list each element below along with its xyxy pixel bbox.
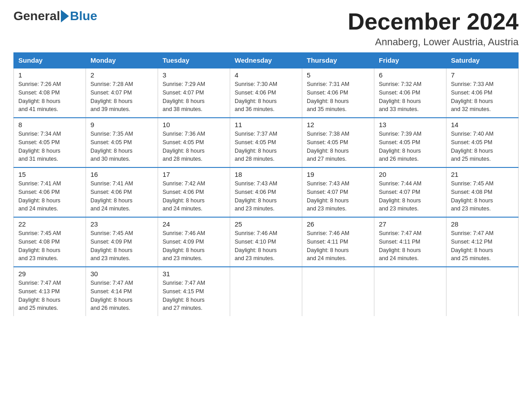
calendar-week-row: 29 Sunrise: 7:47 AM Sunset: 4:13 PM Dayl… — [14, 267, 519, 316]
day-number: 29 — [18, 270, 81, 278]
day-number: 30 — [90, 270, 153, 278]
empty-cell — [230, 267, 302, 316]
day-number: 21 — [451, 171, 514, 178]
logo-arrow-icon — [61, 10, 69, 22]
title-section: December 2024 Annaberg, Lower Austria, A… — [348, 9, 519, 48]
day-number: 14 — [451, 121, 514, 128]
day-number: 12 — [307, 121, 369, 128]
day-number: 15 — [18, 171, 81, 178]
day-number: 22 — [18, 220, 81, 228]
day-info: Sunrise: 7:30 AM Sunset: 4:06 PM Dayligh… — [235, 80, 297, 114]
calendar-day-cell: 29 Sunrise: 7:47 AM Sunset: 4:13 PM Dayl… — [14, 267, 86, 316]
calendar-week-row: 15 Sunrise: 7:41 AM Sunset: 4:06 PM Dayl… — [14, 167, 519, 217]
day-info: Sunrise: 7:40 AM Sunset: 4:05 PM Dayligh… — [451, 130, 514, 163]
day-info: Sunrise: 7:39 AM Sunset: 4:05 PM Dayligh… — [379, 130, 442, 163]
day-info: Sunrise: 7:34 AM Sunset: 4:05 PM Dayligh… — [18, 130, 81, 163]
calendar-day-cell: 4 Sunrise: 7:30 AM Sunset: 4:06 PM Dayli… — [230, 68, 302, 118]
calendar-day-cell: 19 Sunrise: 7:43 AM Sunset: 4:07 PM Dayl… — [302, 167, 374, 217]
day-info: Sunrise: 7:41 AM Sunset: 4:06 PM Dayligh… — [90, 180, 153, 213]
day-number: 8 — [18, 121, 81, 128]
weekday-header-row: SundayMondayTuesdayWednesdayThursdayFrid… — [14, 53, 519, 68]
logo-blue-text: Blue — [70, 9, 97, 23]
day-info: Sunrise: 7:43 AM Sunset: 4:06 PM Dayligh… — [235, 180, 297, 213]
day-number: 25 — [235, 220, 297, 228]
weekday-header-monday: Monday — [86, 53, 158, 68]
calendar-day-cell: 23 Sunrise: 7:45 AM Sunset: 4:09 PM Dayl… — [86, 217, 158, 267]
calendar-day-cell: 14 Sunrise: 7:40 AM Sunset: 4:05 PM Dayl… — [446, 118, 519, 167]
day-number: 5 — [307, 71, 369, 79]
day-number: 1 — [18, 71, 81, 79]
calendar-day-cell: 8 Sunrise: 7:34 AM Sunset: 4:05 PM Dayli… — [14, 118, 86, 167]
day-number: 17 — [163, 171, 225, 178]
day-info: Sunrise: 7:46 AM Sunset: 4:11 PM Dayligh… — [307, 229, 369, 263]
day-info: Sunrise: 7:45 AM Sunset: 4:08 PM Dayligh… — [18, 229, 81, 263]
day-info: Sunrise: 7:33 AM Sunset: 4:06 PM Dayligh… — [451, 80, 514, 114]
day-info: Sunrise: 7:44 AM Sunset: 4:07 PM Dayligh… — [379, 180, 442, 213]
weekday-header-sunday: Sunday — [14, 53, 86, 68]
day-number: 4 — [235, 71, 297, 79]
calendar-day-cell: 2 Sunrise: 7:28 AM Sunset: 4:07 PM Dayli… — [86, 68, 158, 118]
day-info: Sunrise: 7:47 AM Sunset: 4:12 PM Dayligh… — [451, 229, 514, 263]
day-number: 24 — [163, 220, 225, 228]
empty-cell — [302, 267, 374, 316]
day-number: 18 — [235, 171, 297, 178]
day-number: 13 — [379, 121, 442, 128]
day-info: Sunrise: 7:26 AM Sunset: 4:08 PM Dayligh… — [18, 80, 81, 114]
day-number: 20 — [379, 171, 442, 178]
day-info: Sunrise: 7:47 AM Sunset: 4:14 PM Dayligh… — [90, 279, 153, 313]
weekday-header-wednesday: Wednesday — [230, 53, 302, 68]
day-info: Sunrise: 7:28 AM Sunset: 4:07 PM Dayligh… — [90, 80, 153, 114]
day-number: 16 — [90, 171, 153, 178]
day-number: 2 — [90, 71, 153, 79]
calendar-day-cell: 17 Sunrise: 7:42 AM Sunset: 4:06 PM Dayl… — [158, 167, 230, 217]
day-info: Sunrise: 7:36 AM Sunset: 4:05 PM Dayligh… — [163, 130, 225, 163]
calendar-day-cell: 10 Sunrise: 7:36 AM Sunset: 4:05 PM Dayl… — [158, 118, 230, 167]
calendar-day-cell: 5 Sunrise: 7:31 AM Sunset: 4:06 PM Dayli… — [302, 68, 374, 118]
calendar-day-cell: 21 Sunrise: 7:45 AM Sunset: 4:08 PM Dayl… — [446, 167, 519, 217]
calendar-day-cell: 7 Sunrise: 7:33 AM Sunset: 4:06 PM Dayli… — [446, 68, 519, 118]
weekday-header-saturday: Saturday — [446, 53, 519, 68]
calendar-day-cell: 28 Sunrise: 7:47 AM Sunset: 4:12 PM Dayl… — [446, 217, 519, 267]
day-info: Sunrise: 7:45 AM Sunset: 4:09 PM Dayligh… — [90, 229, 153, 263]
day-info: Sunrise: 7:42 AM Sunset: 4:06 PM Dayligh… — [163, 180, 225, 213]
day-number: 11 — [235, 121, 297, 128]
calendar-day-cell: 13 Sunrise: 7:39 AM Sunset: 4:05 PM Dayl… — [374, 118, 446, 167]
calendar-day-cell: 16 Sunrise: 7:41 AM Sunset: 4:06 PM Dayl… — [86, 167, 158, 217]
month-title: December 2024 — [348, 9, 519, 34]
day-info: Sunrise: 7:31 AM Sunset: 4:06 PM Dayligh… — [307, 80, 369, 114]
calendar-day-cell: 1 Sunrise: 7:26 AM Sunset: 4:08 PM Dayli… — [14, 68, 86, 118]
day-number: 10 — [163, 121, 225, 128]
calendar-day-cell: 25 Sunrise: 7:46 AM Sunset: 4:10 PM Dayl… — [230, 217, 302, 267]
day-info: Sunrise: 7:29 AM Sunset: 4:07 PM Dayligh… — [163, 80, 225, 114]
day-info: Sunrise: 7:43 AM Sunset: 4:07 PM Dayligh… — [307, 180, 369, 213]
calendar-week-row: 8 Sunrise: 7:34 AM Sunset: 4:05 PM Dayli… — [14, 118, 519, 167]
page-header: General Blue December 2024 Annaberg, Low… — [13, 9, 519, 48]
calendar-day-cell: 24 Sunrise: 7:46 AM Sunset: 4:09 PM Dayl… — [158, 217, 230, 267]
empty-cell — [374, 267, 446, 316]
empty-cell — [446, 267, 519, 316]
day-number: 31 — [163, 270, 225, 278]
day-info: Sunrise: 7:35 AM Sunset: 4:05 PM Dayligh… — [90, 130, 153, 163]
calendar-day-cell: 11 Sunrise: 7:37 AM Sunset: 4:05 PM Dayl… — [230, 118, 302, 167]
day-number: 27 — [379, 220, 442, 228]
day-info: Sunrise: 7:47 AM Sunset: 4:15 PM Dayligh… — [163, 279, 225, 313]
weekday-header-tuesday: Tuesday — [158, 53, 230, 68]
logo: General Blue — [13, 9, 97, 23]
location-subtitle: Annaberg, Lower Austria, Austria — [348, 36, 519, 48]
calendar-day-cell: 3 Sunrise: 7:29 AM Sunset: 4:07 PM Dayli… — [158, 68, 230, 118]
day-info: Sunrise: 7:37 AM Sunset: 4:05 PM Dayligh… — [235, 130, 297, 163]
calendar-day-cell: 15 Sunrise: 7:41 AM Sunset: 4:06 PM Dayl… — [14, 167, 86, 217]
day-number: 19 — [307, 171, 369, 178]
calendar-day-cell: 18 Sunrise: 7:43 AM Sunset: 4:06 PM Dayl… — [230, 167, 302, 217]
day-info: Sunrise: 7:45 AM Sunset: 4:08 PM Dayligh… — [451, 180, 514, 213]
day-number: 23 — [90, 220, 153, 228]
day-number: 7 — [451, 71, 514, 79]
logo-general-text: General — [13, 9, 60, 23]
weekday-header-friday: Friday — [374, 53, 446, 68]
calendar-day-cell: 6 Sunrise: 7:32 AM Sunset: 4:06 PM Dayli… — [374, 68, 446, 118]
day-number: 28 — [451, 220, 514, 228]
calendar-week-row: 22 Sunrise: 7:45 AM Sunset: 4:08 PM Dayl… — [14, 217, 519, 267]
day-info: Sunrise: 7:47 AM Sunset: 4:13 PM Dayligh… — [18, 279, 81, 313]
day-number: 3 — [163, 71, 225, 79]
calendar-day-cell: 20 Sunrise: 7:44 AM Sunset: 4:07 PM Dayl… — [374, 167, 446, 217]
